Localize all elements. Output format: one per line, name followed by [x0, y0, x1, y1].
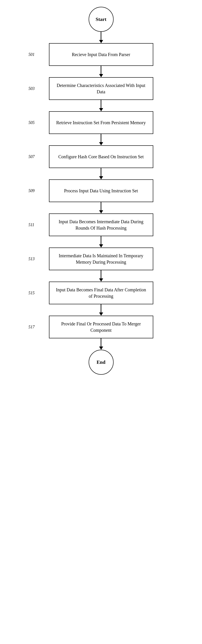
arrow-head-5	[99, 210, 103, 214]
end-node-wrapper: End	[22, 350, 181, 375]
label-507: 507	[28, 154, 35, 159]
node-505-text: Retrieve Instruction Set From Persistent…	[56, 120, 146, 126]
node-511-wrapper: 511 Input Data Becomes Intermediate Data…	[22, 214, 181, 236]
arrow-8	[99, 304, 103, 316]
node-515-text: Input Data Becomes Final Data After Comp…	[54, 286, 148, 299]
arrow-line-6	[101, 236, 101, 244]
node-511: Input Data Becomes Intermediate Data Dur…	[49, 214, 153, 236]
node-501-wrapper: 501 Recieve Input Data From Parser	[22, 43, 181, 66]
node-503-wrapper: 503 Determine Characteristics Associated…	[22, 77, 181, 100]
arrow-line-2	[101, 100, 101, 108]
label-509: 509	[28, 188, 35, 193]
end-label: End	[97, 359, 105, 365]
node-515: Input Data Becomes Final Data After Comp…	[49, 282, 153, 304]
node-517: Provide Final Or Processed Data To Merge…	[49, 316, 153, 338]
node-509: Process Input Data Using Instruction Set	[49, 180, 153, 202]
node-515-wrapper: 515 Input Data Becomes Final Data After …	[22, 282, 181, 304]
label-515: 515	[28, 291, 35, 296]
arrow-line-3	[101, 134, 101, 142]
arrow-head-2	[99, 108, 103, 111]
node-513-wrapper: 513 Intermediate Data Is Maintained In T…	[22, 248, 181, 270]
node-505-wrapper: 505 Retrieve Instruction Set From Persis…	[22, 111, 181, 134]
arrow-line-1	[101, 66, 101, 74]
arrow-head-9	[99, 346, 103, 350]
node-509-text: Process Input Data Using Instruction Set	[64, 188, 138, 194]
arrow-head-4	[99, 176, 103, 180]
flowchart: Start 501 Recieve Input Data From Parser…	[22, 7, 181, 637]
node-513: Intermediate Data Is Maintained In Tempo…	[49, 248, 153, 270]
node-511-text: Input Data Becomes Intermediate Data Dur…	[54, 218, 148, 231]
arrow-5	[99, 202, 103, 214]
arrow-7	[99, 270, 103, 282]
arrow-9	[99, 338, 103, 350]
start-node-wrapper: Start	[22, 7, 181, 32]
arrow-line-9	[101, 338, 101, 346]
arrow-0	[99, 32, 103, 43]
arrow-line-4	[101, 168, 101, 176]
node-507-wrapper: 507 Configure Hash Core Based On Instruc…	[22, 145, 181, 168]
node-505: Retrieve Instruction Set From Persistent…	[49, 111, 153, 134]
node-503: Determine Characteristics Associated Wit…	[49, 77, 153, 100]
start-label: Start	[96, 16, 107, 22]
label-517: 517	[28, 325, 35, 330]
arrow-head-6	[99, 244, 103, 248]
arrow-6	[99, 236, 103, 248]
arrow-3	[99, 134, 103, 145]
label-501: 501	[28, 52, 35, 57]
arrow-line-0	[101, 32, 101, 40]
node-507: Configure Hash Core Based On Instruction…	[49, 145, 153, 168]
label-503: 503	[28, 86, 35, 91]
node-517-text: Provide Final Or Processed Data To Merge…	[54, 321, 148, 333]
arrow-1	[99, 66, 103, 77]
end-node: End	[89, 350, 114, 375]
arrow-head-3	[99, 142, 103, 145]
node-513-text: Intermediate Data Is Maintained In Tempo…	[54, 252, 148, 265]
arrow-2	[99, 100, 103, 111]
arrow-head-7	[99, 278, 103, 282]
label-513: 513	[28, 256, 35, 261]
start-node: Start	[89, 7, 114, 32]
arrow-head-8	[99, 312, 103, 316]
node-509-wrapper: 509 Process Input Data Using Instruction…	[22, 180, 181, 202]
arrow-head-0	[99, 40, 103, 43]
node-501-text: Recieve Input Data From Parser	[72, 51, 130, 58]
arrow-4	[99, 168, 103, 180]
node-507-text: Configure Hash Core Based On Instruction…	[58, 154, 144, 160]
arrow-line-5	[101, 202, 101, 210]
label-511: 511	[28, 222, 34, 227]
arrow-line-7	[101, 270, 101, 278]
arrow-head-1	[99, 74, 103, 77]
label-505: 505	[28, 120, 35, 125]
arrow-line-8	[101, 304, 101, 312]
node-503-text: Determine Characteristics Associated Wit…	[54, 82, 148, 95]
node-501: Recieve Input Data From Parser	[49, 43, 153, 66]
node-517-wrapper: 517 Provide Final Or Processed Data To M…	[22, 316, 181, 338]
